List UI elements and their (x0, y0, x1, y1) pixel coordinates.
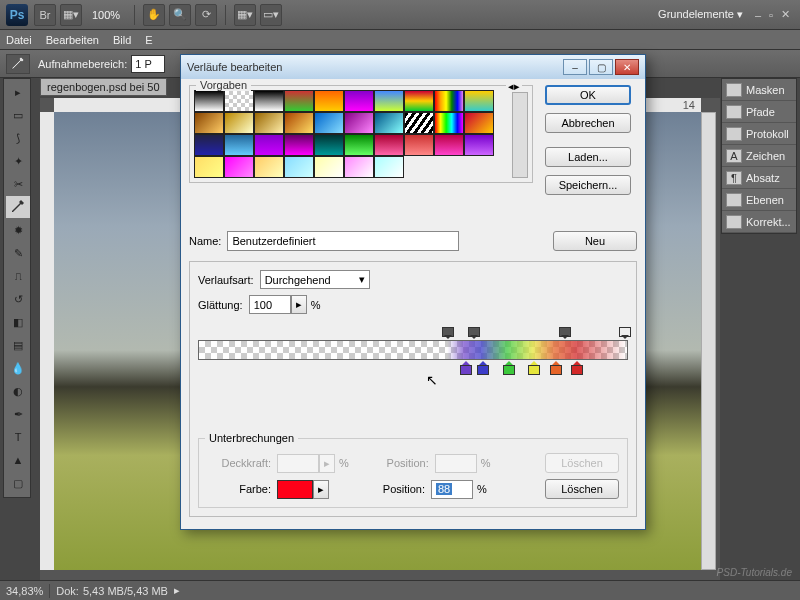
preset-swatch[interactable] (344, 112, 374, 134)
panel-zeichen[interactable]: AZeichen (722, 145, 796, 167)
preset-swatch[interactable] (314, 134, 344, 156)
preset-swatch[interactable] (434, 90, 464, 112)
gradient-tool-icon[interactable]: ▤ (6, 334, 30, 356)
preset-swatch[interactable] (404, 90, 434, 112)
zoom-tool-icon[interactable]: 🔍 (169, 4, 191, 26)
dialog-title-bar[interactable]: Verläufe bearbeiten – ▢ ✕ (181, 55, 645, 79)
panel-masken[interactable]: Masken (722, 79, 796, 101)
save-button[interactable]: Speichern... (545, 175, 631, 195)
preset-swatch[interactable] (344, 90, 374, 112)
smoothness-input[interactable] (249, 295, 291, 314)
color-position-input[interactable]: 88 (431, 480, 473, 499)
preset-swatch[interactable] (344, 156, 374, 178)
color-stop[interactable] (571, 361, 581, 373)
preset-swatch[interactable] (374, 90, 404, 112)
move-tool-icon[interactable]: ▸ (6, 81, 30, 103)
hand-tool-icon[interactable]: ✋ (143, 4, 165, 26)
preset-swatch[interactable] (224, 90, 254, 112)
stamp-tool-icon[interactable]: ⎍ (6, 265, 30, 287)
color-stop[interactable] (503, 361, 513, 373)
preset-swatch[interactable] (344, 134, 374, 156)
status-menu-arrow-icon[interactable]: ▸ (174, 584, 180, 597)
minimize-icon[interactable]: – (755, 9, 761, 21)
type-tool-icon[interactable]: T (6, 426, 30, 448)
arrange-docs-button[interactable]: ▦▾ (234, 4, 256, 26)
preset-swatch[interactable] (194, 112, 224, 134)
close-button[interactable]: ✕ (615, 59, 639, 75)
panel-korrekturen[interactable]: Korrekt... (722, 211, 796, 233)
color-stop[interactable] (477, 361, 487, 373)
crop-tool-icon[interactable]: ✂ (6, 173, 30, 195)
maximize-icon[interactable]: ▫ (769, 9, 773, 21)
panel-ebenen[interactable]: Ebenen (722, 189, 796, 211)
opacity-stop[interactable] (442, 327, 452, 339)
ok-button[interactable]: OK (545, 85, 631, 105)
smoothness-stepper[interactable]: ▸ (291, 295, 307, 314)
preset-swatch[interactable] (224, 134, 254, 156)
heal-tool-icon[interactable]: ✹ (6, 219, 30, 241)
workspace-switcher[interactable]: Grundelemente ▾ (658, 8, 743, 21)
color-well[interactable] (277, 480, 313, 499)
minimize-button[interactable]: – (563, 59, 587, 75)
status-zoom[interactable]: 34,83% (6, 585, 43, 597)
bridge-button[interactable]: Br (34, 4, 56, 26)
pen-tool-icon[interactable]: ✒ (6, 403, 30, 425)
preset-swatch[interactable] (464, 112, 494, 134)
preset-swatch[interactable] (434, 134, 464, 156)
panel-absatz[interactable]: ¶Absatz (722, 167, 796, 189)
opacity-stop[interactable] (559, 327, 569, 339)
preset-swatch[interactable] (374, 112, 404, 134)
preset-swatch[interactable] (254, 90, 284, 112)
menu-edit[interactable]: Bearbeiten (46, 34, 99, 46)
gradient-type-select[interactable]: Durchgehend▾ (260, 270, 370, 289)
color-stop[interactable] (528, 361, 538, 373)
preset-swatch[interactable] (194, 90, 224, 112)
view-extras-button[interactable]: ▦▾ (60, 4, 82, 26)
zoom-level[interactable]: 100% (92, 9, 120, 21)
preset-swatch[interactable] (284, 134, 314, 156)
sample-size-select[interactable]: 1 P (131, 55, 165, 73)
cancel-button[interactable]: Abbrechen (545, 113, 631, 133)
color-menu-button[interactable]: ▸ (313, 480, 329, 499)
rotate-view-icon[interactable]: ⟳ (195, 4, 217, 26)
preset-swatch[interactable] (284, 90, 314, 112)
preset-swatch[interactable] (284, 112, 314, 134)
load-button[interactable]: Laden... (545, 147, 631, 167)
current-tool-eyedropper-icon[interactable] (6, 54, 30, 74)
preset-swatch[interactable] (404, 112, 434, 134)
dodge-tool-icon[interactable]: ◐ (6, 380, 30, 402)
delete-color-stop-button[interactable]: Löschen (545, 479, 619, 499)
new-button[interactable]: Neu (553, 231, 637, 251)
preset-swatch[interactable] (224, 156, 254, 178)
preset-swatch[interactable] (434, 112, 464, 134)
preset-swatch[interactable] (314, 156, 344, 178)
panel-protokoll[interactable]: Protokoll (722, 123, 796, 145)
preset-swatch[interactable] (224, 112, 254, 134)
menu-image[interactable]: Bild (113, 34, 131, 46)
menu-file[interactable]: Datei (6, 34, 32, 46)
preset-swatch[interactable] (194, 156, 224, 178)
opacity-stop[interactable] (468, 327, 478, 339)
preset-swatch[interactable] (194, 134, 224, 156)
preset-swatch[interactable] (464, 90, 494, 112)
eraser-tool-icon[interactable]: ◧ (6, 311, 30, 333)
gradient-ramp[interactable]: ↖ (198, 328, 628, 380)
preset-swatch[interactable] (404, 134, 434, 156)
preset-swatch[interactable] (254, 134, 284, 156)
screen-mode-button[interactable]: ▭▾ (260, 4, 282, 26)
color-stop[interactable] (460, 361, 470, 373)
document-tab[interactable]: regenbogen.psd bei 50 (40, 78, 167, 96)
color-stop[interactable] (550, 361, 560, 373)
opacity-stop[interactable] (619, 327, 629, 339)
name-input[interactable] (227, 231, 459, 251)
preset-swatch[interactable] (314, 90, 344, 112)
marquee-tool-icon[interactable]: ▭ (6, 104, 30, 126)
blur-tool-icon[interactable]: 💧 (6, 357, 30, 379)
history-brush-icon[interactable]: ↺ (6, 288, 30, 310)
brush-tool-icon[interactable]: ✎ (6, 242, 30, 264)
preset-swatch[interactable] (314, 112, 344, 134)
close-icon[interactable]: ✕ (781, 8, 790, 21)
panel-pfade[interactable]: Pfade (722, 101, 796, 123)
preset-swatch[interactable] (254, 156, 284, 178)
preset-swatch[interactable] (464, 134, 494, 156)
